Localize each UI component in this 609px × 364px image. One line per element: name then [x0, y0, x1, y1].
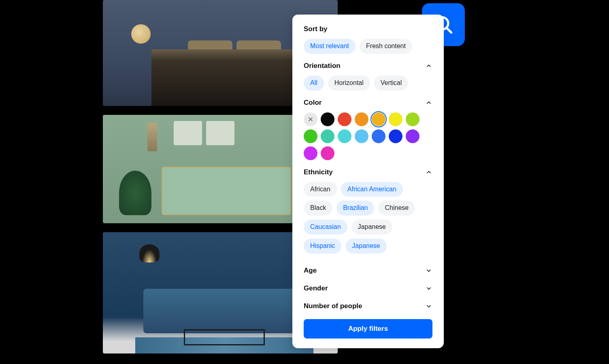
filter-panel: Sort by Most relevantFresh content Orien… — [292, 15, 444, 348]
color-swatch-indigo[interactable] — [389, 129, 402, 143]
age-header[interactable]: Age — [304, 262, 432, 279]
gender-title: Gender — [304, 284, 328, 292]
apply-filters-button[interactable]: Apply filters — [304, 319, 432, 339]
ethnicity-chip[interactable]: Caucasian — [304, 220, 347, 235]
color-clear-button[interactable] — [304, 112, 317, 126]
chevron-up-icon — [425, 62, 432, 70]
sort-by-section: Sort by Most relevantFresh content — [304, 25, 432, 54]
color-swatch-blue[interactable] — [372, 129, 385, 143]
color-title: Color — [304, 99, 322, 107]
color-swatch-cyan[interactable] — [338, 129, 351, 143]
sort-chip[interactable]: Most relevant — [304, 39, 356, 54]
sort-chip[interactable]: Fresh content — [360, 39, 412, 54]
color-swatch-violet[interactable] — [406, 129, 419, 143]
chevron-down-icon — [425, 303, 432, 310]
color-swatch-black[interactable] — [321, 112, 334, 126]
ethnicity-section: Ethnicity AfricanAfrican AmericanBlackBr… — [304, 168, 432, 254]
color-swatch-lime[interactable] — [406, 112, 419, 126]
orientation-section: Orientation AllHorizontalVertical — [304, 62, 432, 91]
gender-header[interactable]: Gender — [304, 279, 432, 297]
ethnicity-title: Ethnicity — [304, 168, 333, 176]
color-swatch-green[interactable] — [304, 129, 317, 143]
age-title: Age — [304, 267, 317, 275]
orientation-title: Orientation — [304, 62, 341, 70]
chevron-down-icon — [425, 267, 432, 274]
orientation-chip[interactable]: Vertical — [374, 76, 408, 91]
orientation-header[interactable]: Orientation — [304, 62, 432, 70]
ethnicity-chip[interactable]: Black — [304, 201, 332, 216]
ethnicity-chip[interactable]: Japanese — [345, 239, 386, 254]
sort-by-title: Sort by — [304, 25, 432, 33]
color-swatch-magenta[interactable] — [321, 146, 334, 160]
ethnicity-chip[interactable]: Brazilian — [336, 201, 374, 216]
color-swatch-sky[interactable] — [355, 129, 368, 143]
color-swatch-amber[interactable] — [372, 112, 385, 126]
color-section: Color — [304, 99, 432, 160]
close-icon — [308, 116, 313, 122]
color-swatch-purple[interactable] — [304, 146, 317, 160]
color-swatch-teal[interactable] — [321, 129, 334, 143]
chevron-down-icon — [425, 285, 432, 292]
ethnicity-chip[interactable]: Chinese — [378, 201, 415, 216]
color-swatch-yellow[interactable] — [389, 112, 402, 126]
color-swatch-red[interactable] — [338, 112, 351, 126]
ethnicity-header[interactable]: Ethnicity — [304, 168, 432, 176]
ethnicity-chip[interactable]: African — [304, 182, 337, 197]
svg-line-1 — [447, 28, 451, 33]
orientation-chip[interactable]: All — [304, 76, 324, 91]
number-of-people-title: Number of people — [304, 302, 362, 310]
chevron-up-icon — [425, 99, 432, 106]
ethnicity-chip[interactable]: Hispanic — [304, 239, 341, 254]
chevron-up-icon — [425, 169, 432, 176]
ethnicity-chip[interactable]: Japanese — [351, 220, 392, 235]
orientation-chip[interactable]: Horizontal — [328, 76, 370, 91]
number-of-people-header[interactable]: Number of people — [304, 297, 432, 315]
ethnicity-chip[interactable]: African American — [341, 182, 403, 197]
color-swatch-orange[interactable] — [355, 112, 368, 126]
color-header[interactable]: Color — [304, 99, 432, 107]
